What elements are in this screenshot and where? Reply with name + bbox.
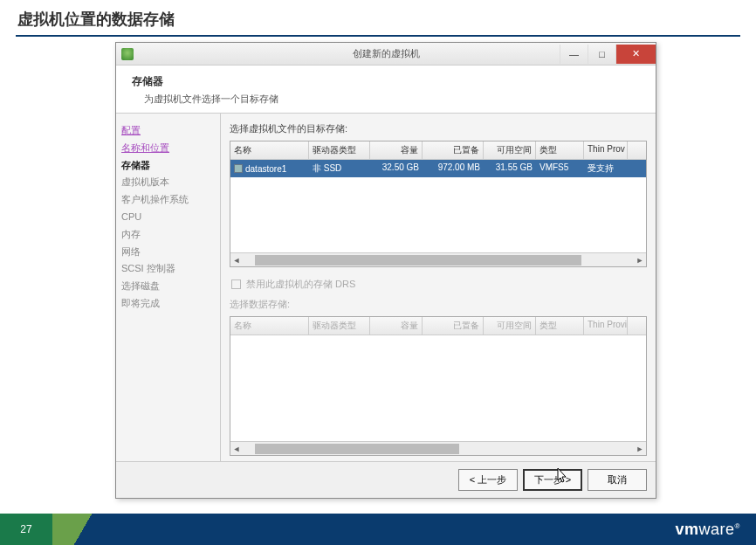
sidebar-step: 客户机操作系统 — [121, 191, 215, 209]
col-provisioned[interactable]: 已置备 — [423, 141, 484, 159]
wizard-step-title: 存储器 — [132, 74, 640, 89]
col-drive-type[interactable]: 驱动器类型 — [309, 141, 370, 159]
sidebar-step: SCSI 控制器 — [121, 260, 215, 278]
page-number: 27 — [0, 514, 52, 545]
maximize-button[interactable]: □ — [588, 45, 615, 64]
col-thin[interactable]: Thin Prov — [584, 141, 628, 159]
sidebar-step[interactable]: 名称和位置 — [121, 140, 215, 157]
back-button[interactable]: < 上一步 — [458, 469, 518, 491]
table-header: 名称 驱动器类型 容量 已置备 可用空间 类型 Thin Provi — [230, 317, 646, 335]
wizard-step-desc: 为虚拟机文件选择一个目标存储 — [144, 93, 640, 106]
minimize-button[interactable]: — — [560, 45, 588, 64]
datastore-table[interactable]: 名称 驱动器类型 容量 已置备 可用空间 类型 Thin Prov datast… — [230, 141, 647, 267]
slide-title: 虚拟机位置的数据存储 — [0, 0, 756, 35]
sidebar-step: 内存 — [121, 226, 215, 244]
col-name[interactable]: 名称 — [230, 141, 309, 159]
dialog-create-vm: 创建新的虚拟机 — □ ✕ 存储器 为虚拟机文件选择一个目标存储 配置名称和位置… — [115, 42, 656, 499]
slide-footer: 27 vmware® — [0, 514, 756, 545]
wizard-buttons: < 上一步 下一步 > 取消 — [116, 461, 656, 498]
datastore2-label: 选择数据存储: — [230, 298, 647, 311]
cancel-button[interactable]: 取消 — [588, 469, 647, 491]
disable-drs-checkbox: 禁用此虚拟机的存储 DRS — [231, 278, 645, 291]
table-header[interactable]: 名称 驱动器类型 容量 已置备 可用空间 类型 Thin Prov — [230, 141, 646, 160]
datastore-icon — [234, 164, 243, 173]
next-button[interactable]: 下一步 > — [523, 469, 582, 491]
sidebar-step: 网络 — [121, 244, 215, 261]
sidebar-step: 即将完成 — [121, 295, 215, 313]
title-underline — [16, 35, 740, 37]
app-icon — [121, 48, 134, 60]
sidebar-step: 存储器 — [121, 157, 215, 175]
table-row[interactable]: datastore1 非 SSD 32.50 GB 972.00 MB 31.5… — [230, 160, 646, 177]
wizard-steps-sidebar: 配置名称和位置存储器虚拟机版本客户机操作系统CPU内存网络SCSI 控制器选择磁… — [116, 114, 221, 461]
sidebar-step[interactable]: 配置 — [121, 122, 215, 140]
titlebar[interactable]: 创建新的虚拟机 — □ ✕ — [116, 43, 656, 66]
col-type[interactable]: 类型 — [536, 141, 584, 159]
wizard-header: 存储器 为虚拟机文件选择一个目标存储 — [116, 66, 656, 114]
datastore-table-secondary: 名称 驱动器类型 容量 已置备 可用空间 类型 Thin Provi ◄► — [230, 316, 647, 456]
sidebar-step: CPU — [121, 209, 215, 226]
col-capacity[interactable]: 容量 — [370, 141, 423, 159]
datastore-label: 选择虚拟机文件的目标存储: — [230, 122, 647, 135]
vmware-logo: vmware® — [581, 514, 756, 545]
horizontal-scrollbar[interactable]: ◄► — [230, 252, 646, 266]
sidebar-step: 虚拟机版本 — [121, 174, 215, 191]
checkbox-icon — [231, 279, 241, 289]
col-free[interactable]: 可用空间 — [484, 141, 536, 159]
horizontal-scrollbar[interactable]: ◄► — [230, 441, 646, 455]
wizard-content: 选择虚拟机文件的目标存储: 名称 驱动器类型 容量 已置备 可用空间 类型 Th… — [221, 114, 656, 461]
window-title: 创建新的虚拟机 — [353, 47, 420, 60]
sidebar-step: 选择磁盘 — [121, 278, 215, 295]
close-button[interactable]: ✕ — [615, 45, 656, 64]
